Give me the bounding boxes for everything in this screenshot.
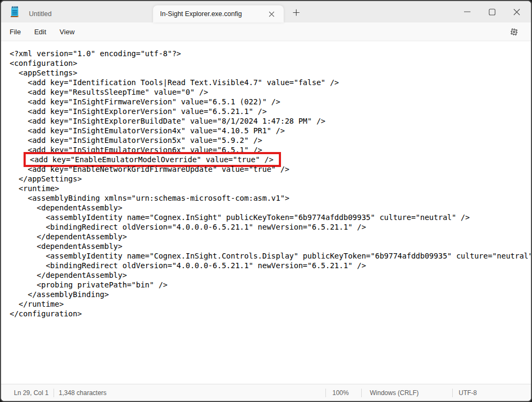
character-count: 1,348 characters [54, 389, 113, 397]
code-line: <assemblyIdentity name="Cognex.InSight" … [10, 213, 531, 222]
minimize-icon [463, 8, 471, 16]
code-line: <probing privatePath="bin" /> [10, 280, 531, 290]
code-line: <add key="InSightEmulatorVersion5x" valu… [10, 135, 531, 145]
code-line: </appSettings> [10, 174, 531, 184]
code-line: <bindingRedirect oldVersion="4.0.0.0-6.5… [10, 261, 531, 270]
titlebar-drag-region[interactable] [304, 1, 455, 22]
code-line: </dependentAssembly> [10, 270, 531, 280]
menu-file[interactable]: File [7, 22, 24, 41]
maximize-icon [489, 9, 496, 16]
code-line: <add key="InSightExplorerVersion" value=… [10, 107, 531, 116]
code-line: <configuration> [10, 58, 531, 68]
menubar: File Edit View [1, 22, 531, 41]
code-line: <runtime> [10, 184, 531, 193]
code-lines: <?xml version="1.0" encoding="utf-8"?><c… [10, 49, 531, 318]
tab-label: In-Sight Explorer.exe.config [160, 10, 242, 18]
code-line: <add key="EnableNetworkGridFirmwareUpdat… [10, 164, 531, 174]
code-line: <add key="InSightEmulatorVersion4x" valu… [10, 126, 531, 135]
code-line: <appSettings> [10, 68, 531, 78]
close-icon [513, 9, 520, 16]
line-ending: Windows (CRLF) [361, 389, 452, 397]
titlebar: Untitled In-Sight Explorer.exe.config [1, 1, 531, 22]
code-line: </assemblyBinding> [10, 290, 531, 299]
tab-label: Untitled [29, 10, 51, 18]
tab-insight-explorer-config[interactable]: In-Sight Explorer.exe.config [153, 5, 284, 22]
code-line: <add key="InSightExplorerBuildDate" valu… [10, 116, 531, 126]
code-line: </dependentAssembly> [10, 232, 531, 241]
code-line: <add key="ResultsSleepTime" value="0" /> [10, 87, 531, 97]
tab-untitled[interactable]: Untitled [22, 5, 153, 22]
tab-close-icon[interactable] [267, 9, 276, 19]
encoding: UTF-8 [452, 389, 531, 397]
gear-icon [510, 27, 519, 36]
plus-icon [293, 9, 300, 16]
minimize-button[interactable] [455, 1, 480, 22]
code-line: <add key="InSightFirmwareVersion" value=… [10, 97, 531, 107]
code-line: </runtime> [10, 299, 531, 309]
code-line: </configuration> [10, 309, 531, 318]
code-line: <?xml version="1.0" encoding="utf-8"?> [10, 49, 531, 58]
statusbar-right-group: 100% Windows (CRLF) UTF-8 [325, 389, 531, 397]
menu-view[interactable]: View [57, 22, 77, 41]
cursor-position: Ln 29, Col 1 [1, 389, 54, 397]
code-line: <dependentAssembly> [10, 203, 531, 213]
notepad-window: Untitled In-Sight Explorer.exe.config [0, 0, 532, 402]
code-line: <assemblyBinding xmlns="urn:schemas-micr… [10, 193, 531, 203]
notepad-app-icon [11, 6, 19, 17]
statusbar: Ln 29, Col 1 1,348 characters 100% Windo… [1, 384, 531, 401]
maximize-button[interactable] [480, 1, 504, 22]
code-line: <bindingRedirect oldVersion="4.0.0.0-6.5… [10, 222, 531, 232]
code-line: <assemblyIdentity name="Cognex.InSight.C… [10, 251, 531, 261]
code-line: <dependentAssembly> [10, 241, 531, 251]
code-line: <add key="EnableEmulatorModelOverride" v… [10, 155, 531, 164]
new-tab-button[interactable] [288, 4, 304, 20]
zoom-level: 100% [325, 389, 361, 397]
close-window-button[interactable] [504, 1, 529, 22]
window-controls [455, 1, 529, 22]
code-line: <add key="Identification Tools|Read Text… [10, 78, 531, 87]
settings-button[interactable] [508, 26, 519, 37]
text-editor-area[interactable]: <?xml version="1.0" encoding="utf-8"?><c… [1, 41, 531, 384]
menu-edit[interactable]: Edit [32, 22, 49, 41]
